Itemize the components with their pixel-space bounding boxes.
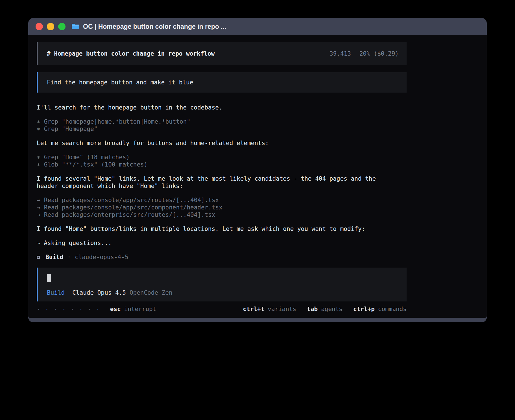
agent-info-line: Build · claude-opus-4-5: [37, 253, 407, 261]
user-message: Find the homepage button and make it blu…: [37, 72, 407, 93]
minimize-button[interactable]: [47, 23, 54, 30]
window-title: OC | Homepage button color change in rep…: [83, 23, 226, 30]
assistant-message: Let me search more broadly for buttons a…: [37, 139, 407, 147]
folder-icon: [71, 23, 80, 30]
agents-hint: tab agents: [307, 305, 342, 313]
tool-call: ∗Grep "Home" (18 matches): [37, 154, 407, 161]
assistant-text: header component which have "Home" links…: [37, 182, 407, 190]
assistant-message: I found several "Home" links. Let me loo…: [37, 175, 407, 190]
variants-label: variants: [268, 305, 296, 313]
traffic-lights: [36, 23, 66, 30]
tool-call-text: Read packages/enterprise/src/routes/[...…: [44, 211, 215, 218]
status-bar-left: · · · · · · · · esc interrupt: [37, 305, 156, 313]
tool-call: ∗Glob "**/*.tsx" (100 matches): [37, 161, 407, 168]
ctrl-t-key-label: ctrl+t: [243, 305, 264, 313]
zoom-button[interactable]: [58, 23, 66, 30]
spinner-dots-icon: · · · · · · · ·: [37, 305, 101, 313]
assistant-text: Let me search more broadly for buttons a…: [37, 139, 407, 147]
status-bar: · · · · · · · · esc interrupt ctrl+t var…: [37, 305, 407, 313]
tool-call-group: →Read packages/console/app/src/routes/[.…: [37, 196, 407, 218]
arrow-right-icon: →: [37, 211, 40, 218]
agent-model-name: claude-opus-4-5: [75, 253, 128, 261]
tool-call: ∗Grep "Homepage": [37, 125, 407, 133]
tool-bullet-icon: ∗: [37, 154, 40, 161]
model-row: Build Claude Opus 4.5 OpenCode Zen: [47, 289, 399, 296]
commands-hint: ctrl+p commands: [353, 305, 407, 313]
user-message-text: Find the homepage button and make it blu…: [47, 79, 193, 86]
assistant-text: I found "Home" buttons/links in multiple…: [37, 225, 407, 233]
tool-call: ∗Grep "homepage|home.*button|Home.*butto…: [37, 118, 407, 125]
tab-key-label: tab: [307, 305, 318, 313]
read-tool-call: →Read packages/console/app/src/routes/[.…: [37, 196, 407, 204]
window-titlebar: OC | Homepage button color change in rep…: [28, 18, 487, 35]
arrow-right-icon: →: [37, 204, 40, 211]
tool-call-group: ∗Grep "Home" (18 matches) ∗Glob "**/*.ts…: [37, 154, 407, 168]
variants-hint: ctrl+t variants: [243, 305, 296, 313]
agent-name: Build: [45, 253, 63, 261]
close-button[interactable]: [36, 23, 43, 30]
assistant-message: I found "Home" buttons/links in multiple…: [37, 225, 407, 233]
text-cursor: [47, 274, 51, 282]
tool-call-text: Glob "**/*.tsx" (100 matches): [44, 161, 148, 168]
prompt-input[interactable]: Build Claude Opus 4.5 OpenCode Zen: [37, 268, 407, 301]
tool-bullet-icon: ∗: [37, 161, 40, 168]
session-stats: 39,413 20% ($0.29): [329, 50, 399, 57]
assistant-text: I'll search for the homepage button in t…: [37, 104, 407, 111]
interrupt-label: interrupt: [124, 305, 156, 313]
tool-call-text: Grep "Homepage": [44, 126, 98, 132]
context-usage: 20% ($0.29): [359, 50, 399, 57]
agent-mode-label[interactable]: Build: [47, 289, 65, 296]
agents-label: agents: [321, 305, 342, 313]
status-bar-right: ctrl+t variants tab agents ctrl+p comman…: [243, 305, 407, 313]
read-tool-call: →Read packages/enterprise/src/routes/[..…: [37, 211, 407, 218]
commands-label: commands: [378, 305, 407, 313]
tool-call-text: Read packages/console/app/src/routes/[..…: [44, 197, 219, 204]
ctrl-p-key-label: ctrl+p: [353, 305, 375, 313]
separator-dot: ·: [67, 253, 71, 261]
build-agent-icon: [37, 256, 40, 259]
provider-label: OpenCode Zen: [130, 289, 173, 296]
tool-call-group: ∗Grep "homepage|home.*button|Home.*butto…: [37, 118, 407, 133]
terminal-window: OC | Homepage button color change in rep…: [28, 18, 487, 322]
model-name-label[interactable]: Claude Opus 4.5: [72, 289, 126, 296]
tool-call-text: Grep "homepage|home.*button|Home.*button…: [44, 118, 190, 125]
transcript: I'll search for the homepage button in t…: [37, 104, 407, 261]
content-column: # Homepage button color change in repo w…: [37, 35, 407, 313]
tool-bullet-icon: ∗: [37, 118, 40, 125]
token-count: 39,413: [329, 50, 351, 57]
esc-key-label: esc: [110, 305, 121, 313]
read-tool-call: →Read packages/console/app/src/component…: [37, 204, 407, 211]
assistant-text: I found several "Home" links. Let me loo…: [37, 175, 407, 182]
arrow-right-icon: →: [37, 197, 40, 204]
tool-bullet-icon: ∗: [37, 126, 40, 132]
status-text: ~ Asking questions...: [37, 239, 407, 247]
tool-call-text: Read packages/console/app/src/component/…: [44, 204, 222, 211]
status-message: ~ Asking questions...: [37, 239, 407, 247]
session-title: # Homepage button color change in repo w…: [47, 50, 215, 57]
interrupt-hint: esc interrupt: [110, 305, 156, 313]
terminal-body: # Homepage button color change in repo w…: [28, 35, 487, 318]
tool-call-text: Grep "Home" (18 matches): [44, 154, 130, 161]
session-header: # Homepage button color change in repo w…: [37, 42, 407, 65]
assistant-message: I'll search for the homepage button in t…: [37, 104, 407, 111]
